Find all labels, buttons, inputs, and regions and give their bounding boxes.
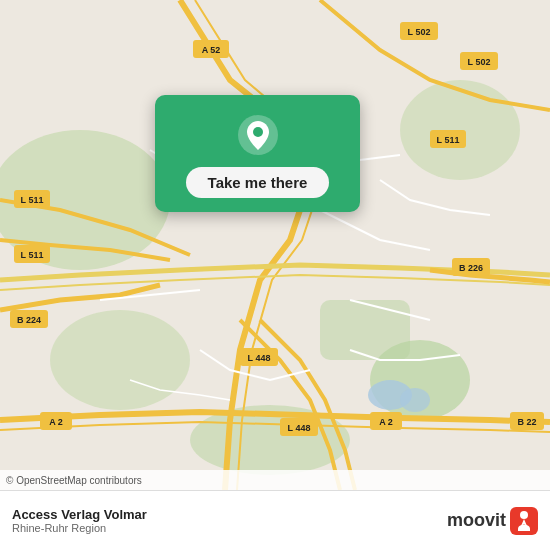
- svg-rect-5: [320, 300, 410, 360]
- attribution-text: © OpenStreetMap contributors: [6, 475, 142, 486]
- svg-text:A 52: A 52: [202, 45, 221, 55]
- svg-point-38: [520, 511, 528, 519]
- svg-point-4: [50, 310, 190, 410]
- svg-text:L 448: L 448: [288, 423, 311, 433]
- location-name: Access Verlag Volmar: [12, 507, 147, 522]
- bottom-bar: Access Verlag Volmar Rhine-Ruhr Region m…: [0, 490, 550, 550]
- moovit-logo: moovit: [447, 507, 538, 535]
- location-card[interactable]: Take me there: [155, 95, 360, 212]
- svg-text:A 2: A 2: [49, 417, 63, 427]
- map-container: A 52 L 502 L 502 L 511 L 511 L 511 B 224…: [0, 0, 550, 490]
- svg-text:L 502: L 502: [408, 27, 431, 37]
- svg-point-36: [253, 127, 263, 137]
- location-region: Rhine-Ruhr Region: [12, 522, 147, 534]
- attribution-bar: © OpenStreetMap contributors: [0, 470, 550, 490]
- svg-text:B 224: B 224: [17, 315, 41, 325]
- svg-text:L 502: L 502: [468, 57, 491, 67]
- svg-point-8: [400, 388, 430, 412]
- location-info: Access Verlag Volmar Rhine-Ruhr Region: [12, 507, 147, 534]
- take-me-there-button[interactable]: Take me there: [186, 167, 330, 198]
- moovit-icon: [510, 507, 538, 535]
- svg-text:L 511: L 511: [437, 135, 460, 145]
- location-pin-icon: [236, 113, 280, 157]
- moovit-wordmark: moovit: [447, 510, 506, 531]
- svg-text:L 511: L 511: [21, 250, 44, 260]
- svg-text:L 448: L 448: [248, 353, 271, 363]
- svg-text:B 22: B 22: [517, 417, 536, 427]
- svg-text:B 226: B 226: [459, 263, 483, 273]
- svg-text:A 2: A 2: [379, 417, 393, 427]
- svg-text:L 511: L 511: [21, 195, 44, 205]
